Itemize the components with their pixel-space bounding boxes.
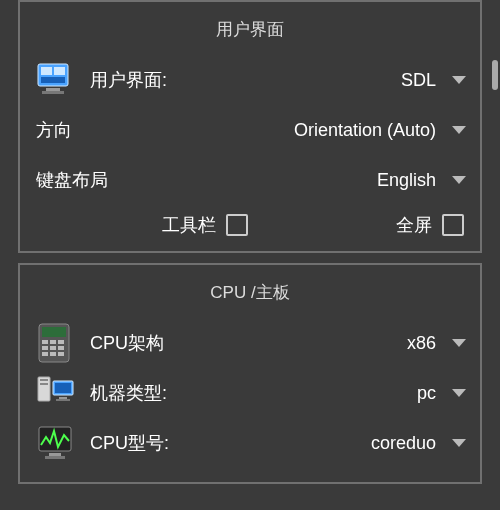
value-user-interface: SDL [401, 70, 436, 91]
section-title-ui: 用户界面 [34, 12, 466, 55]
svg-rect-10 [58, 340, 64, 344]
check-row: 工具栏 全屏 [34, 213, 466, 237]
svg-rect-21 [55, 383, 71, 393]
label-user-interface: 用户界面: [90, 68, 167, 92]
svg-rect-1 [41, 67, 52, 75]
row-machine-type[interactable]: 机器类型: pc [34, 368, 466, 418]
monitor-icon [34, 58, 78, 102]
check-toolbar-label: 工具栏 [162, 213, 216, 237]
svg-rect-25 [49, 453, 61, 456]
svg-rect-9 [50, 340, 56, 344]
svg-rect-12 [50, 346, 56, 350]
section-user-interface: 用户界面 用户界面: SDL 方向 Orientation (Auto) [18, 0, 482, 253]
svg-rect-23 [56, 399, 70, 401]
svg-rect-18 [40, 379, 48, 381]
svg-rect-26 [45, 456, 65, 459]
svg-rect-7 [42, 327, 66, 337]
svg-rect-22 [59, 397, 67, 399]
value-cpu-model: coreduo [371, 433, 436, 454]
check-fullscreen[interactable]: 全屏 [396, 213, 464, 237]
value-machine-type: pc [417, 383, 436, 404]
label-keyboard-layout: 键盘布局 [36, 168, 108, 192]
label-cpu-arch: CPU架构 [90, 331, 164, 355]
svg-rect-15 [50, 352, 56, 356]
svg-rect-4 [46, 88, 60, 91]
checkbox-icon[interactable] [226, 214, 248, 236]
svg-rect-16 [58, 352, 64, 356]
svg-rect-13 [58, 346, 64, 350]
chevron-down-icon [452, 126, 466, 134]
svg-rect-3 [41, 77, 65, 83]
chevron-down-icon [452, 176, 466, 184]
row-cpu-model[interactable]: CPU型号: coreduo [34, 418, 466, 468]
label-orientation: 方向 [36, 118, 72, 142]
chevron-down-icon [452, 439, 466, 447]
value-orientation: Orientation (Auto) [294, 120, 436, 141]
value-keyboard-layout: English [377, 170, 436, 191]
check-fullscreen-label: 全屏 [396, 213, 432, 237]
svg-rect-5 [42, 91, 64, 94]
calculator-icon [34, 321, 78, 365]
section-title-cpu: CPU /主板 [34, 275, 466, 318]
row-cpu-arch[interactable]: CPU架构 x86 [34, 318, 466, 368]
svg-rect-8 [42, 340, 48, 344]
row-user-interface[interactable]: 用户界面: SDL [34, 55, 466, 105]
check-toolbar[interactable]: 工具栏 [162, 213, 248, 237]
chevron-down-icon [452, 389, 466, 397]
svg-rect-19 [40, 383, 48, 385]
computer-icon [34, 371, 78, 415]
checkbox-icon[interactable] [442, 214, 464, 236]
label-machine-type: 机器类型: [90, 381, 167, 405]
label-cpu-model: CPU型号: [90, 431, 169, 455]
svg-rect-11 [42, 346, 48, 350]
section-cpu-board: CPU /主板 CPU架构 x86 [18, 263, 482, 484]
scrollbar-thumb[interactable] [492, 60, 498, 90]
row-orientation[interactable]: 方向 Orientation (Auto) [34, 105, 466, 155]
svg-rect-2 [54, 67, 65, 75]
value-cpu-arch: x86 [407, 333, 436, 354]
row-keyboard-layout[interactable]: 键盘布局 English [34, 155, 466, 205]
system-monitor-icon [34, 421, 78, 465]
chevron-down-icon [452, 76, 466, 84]
svg-rect-14 [42, 352, 48, 356]
chevron-down-icon [452, 339, 466, 347]
